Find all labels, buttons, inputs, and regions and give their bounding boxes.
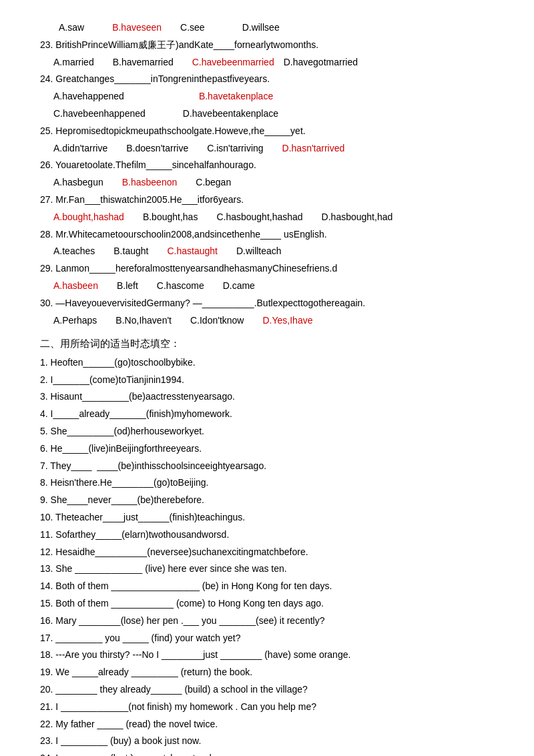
p2q7: 7. They____ ____(be)inthisschoolsinceeig… (40, 458, 494, 474)
p2q16: 16. Mary ________(lose) her pen .___ you… (40, 613, 494, 629)
p2q17: 17. _________ you _____ (find) your watc… (40, 631, 494, 647)
q30-options: A.Perhaps B.No,Ihaven't C.Idon'tknow D.Y… (53, 313, 494, 329)
q30: 30. —HaveyouevervisitedGermany? —_______… (40, 296, 494, 312)
q24: 24. Greatchanges_______inTongreninthepas… (40, 71, 494, 87)
part2-list: 1. Heoften______(go)toschoolbybike. 2. I… (40, 355, 494, 756)
part2-title: 二、用所给词的适当时态填空： (40, 335, 494, 352)
q29-options: A.hasbeen B.left C.hascome D.came (53, 278, 494, 294)
q23: 23. BritishPrinceWilliam威廉王子)andKate____… (40, 37, 494, 53)
q27: 27. Mr.Fan___thiswatchin2005.He___itfor6… (40, 192, 494, 208)
q26-options: A.hasbegun B.hasbeenon C.began (53, 175, 494, 191)
q-options-row: A.saw B.haveseen C.see D.willsee (40, 20, 494, 36)
part2: 二、用所给词的适当时态填空： 1. Heoften______(go)tosch… (40, 335, 494, 756)
q29: 29. Lanmon_____hereforalmosttenyearsandh… (40, 261, 494, 277)
q27-options: A.bought,hashad B.bought,has C.hasbought… (53, 210, 494, 226)
q24-options-a: A.havehappened B.havetakenplace (53, 89, 494, 105)
q25-options: A.didn'tarrive B.doesn'tarrive C.isn'tar… (53, 141, 494, 157)
p2q11: 11. Sofarthey_____(elarn)twothousandwors… (40, 527, 494, 543)
p2q21: 21. I _____________(not finish) my homew… (40, 699, 494, 715)
p2q9: 9. She____never_____(be)therebefore. (40, 492, 494, 508)
p2q19: 19. We _____already _________ (return) t… (40, 665, 494, 681)
q24-options-c: C.havebeenhappened D.havebeentakenplace (53, 106, 494, 122)
p2q22: 22. My father _____ (read) the novel twi… (40, 717, 494, 733)
p2q1: 1. Heoften______(go)toschoolbybike. (40, 355, 494, 371)
p2q24: 24. I _________ (lost ) my watch yeste.r… (40, 751, 494, 756)
p2q14: 14. Both of them _________________ (be) … (40, 579, 494, 595)
p2q13: 13. She _____________ (live) here ever s… (40, 561, 494, 577)
p2q20: 20. ________ they already______ (build) … (40, 682, 494, 698)
p2q5: 5. She_________(od)herhouseworkyet. (40, 424, 494, 440)
q28: 28. Mr.Whitecametoourschoolin2008,andsin… (40, 227, 494, 243)
p2q6: 6. He_____(live)inBeijingforthreeyears. (40, 441, 494, 457)
q26: 26. Youaretoolate.Thefilm_____sincehalfa… (40, 157, 494, 173)
p2q23: 23. I _________ (buy) a book just now. (40, 733, 494, 749)
p2q10: 10. Theteacher____just______(finish)teac… (40, 510, 494, 526)
q23-options: A.married B.havemarried C.havebeenmarrie… (53, 55, 494, 71)
q25: 25. Hepromisedtopickmeupathschoolgate.Ho… (40, 123, 494, 139)
p2q3: 3. Hisaunt_________(be)aactresstenyearsa… (40, 389, 494, 405)
p2q8: 8. Heisn'there.He________(go)toBeijing. (40, 475, 494, 491)
part1-questions: A.saw B.haveseen C.see D.willsee 23. Bri… (40, 20, 494, 328)
p2q15: 15. Both of them ____________ (come) to … (40, 596, 494, 612)
p2q12: 12. Hesaidhe__________(neversee)suchanex… (40, 544, 494, 560)
p2q2: 2. I_______(come)toTianjinin1994. (40, 372, 494, 388)
p2q4: 4. I_____already_______(finish)myhomewor… (40, 406, 494, 422)
q28-options: A.teaches B.taught C.hastaught D.willtea… (53, 244, 494, 260)
p2q18: 18. ---Are you thirsty? ---No I ________… (40, 647, 494, 663)
